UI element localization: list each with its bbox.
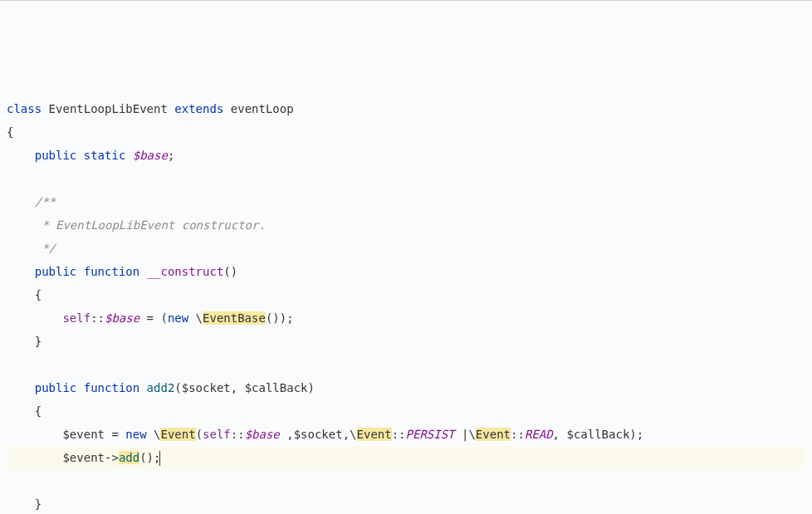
close: );: [629, 428, 643, 441]
keyword-static: static: [84, 149, 126, 162]
keyword-function: function: [84, 381, 139, 394]
keyword-function: function: [84, 265, 139, 278]
open-paren: (: [196, 428, 203, 441]
parens: (): [223, 265, 237, 278]
backslash: \: [188, 311, 203, 325]
comma: ,: [231, 381, 245, 394]
semicolon: ;: [168, 149, 174, 162]
extends-name: eventLoop: [231, 102, 294, 115]
class-event: Event: [476, 428, 511, 441]
param-callback: $callBack: [245, 381, 308, 394]
close: ());: [266, 311, 294, 325]
class-eventbase: EventBase: [203, 311, 266, 325]
comma: ,: [553, 428, 567, 441]
code-line: class EventLoopLibEvent extends eventLoo…: [7, 102, 294, 115]
keyword-extends: extends: [174, 102, 223, 115]
code-line: */: [7, 242, 56, 255]
code-line: {: [7, 288, 42, 301]
current-line: $event->add();: [7, 446, 805, 469]
code-line: $event = new \Event(self::$base ,$socket…: [7, 428, 643, 441]
code-line: }: [7, 497, 42, 511]
scope-op: ::: [90, 311, 105, 325]
keyword-self: self: [203, 428, 231, 441]
comment: /**: [35, 195, 56, 208]
keyword-class: class: [7, 102, 42, 115]
class-event: Event: [357, 428, 392, 441]
class-name: EventLoopLibEvent: [49, 102, 168, 115]
code-line: }: [7, 335, 42, 348]
eq: =: [105, 428, 125, 441]
close: ();: [139, 451, 160, 464]
scope-op: ::: [231, 428, 245, 441]
keyword-new: new: [168, 311, 188, 325]
method-construct: __construct: [147, 265, 224, 278]
code-line: {: [7, 404, 42, 418]
code-line: public function __construct(): [7, 265, 237, 278]
keyword-public: public: [35, 149, 77, 162]
arrow-op: ->: [105, 451, 119, 464]
param-socket: $socket: [182, 381, 231, 394]
pipe: |\: [455, 428, 476, 441]
code-line: public function add2($socket, $callBack): [7, 381, 315, 394]
comma: ,: [280, 428, 294, 441]
method-add: add: [119, 451, 139, 464]
keyword-public: public: [35, 381, 77, 394]
const-persist: PERSIST: [406, 428, 455, 441]
variable-event: $event: [62, 428, 105, 441]
cursor: [159, 451, 160, 466]
brace: {: [7, 125, 13, 139]
class-event: Event: [160, 428, 195, 441]
scope-op: ::: [392, 428, 406, 441]
eq: = (: [139, 311, 168, 325]
close-paren: ): [308, 381, 315, 394]
const-read: READ: [525, 428, 553, 441]
keyword-new: new: [125, 428, 146, 441]
variable-event: $event: [62, 451, 105, 464]
keyword-self: self: [62, 311, 90, 325]
code-line: self::$base = (new \EventBase());: [7, 311, 294, 325]
variable-base: $base: [133, 149, 168, 162]
variable-base: $base: [245, 428, 280, 441]
comment: * EventLoopLibEvent constructor.: [35, 218, 266, 232]
code-line: /**: [7, 195, 56, 208]
scope-op: ::: [511, 428, 525, 441]
code-line: public static $base;: [7, 149, 174, 162]
param-socket: $socket: [294, 428, 343, 441]
comma: ,\: [343, 428, 357, 441]
code-line: * EventLoopLibEvent constructor.: [7, 218, 266, 232]
method-add2: add2: [147, 381, 175, 394]
variable-base: $base: [105, 311, 139, 325]
code-editor[interactable]: class EventLoopLibEvent extends eventLoo…: [0, 94, 812, 514]
open-paren: (: [174, 381, 181, 394]
param-callback: $callBack: [566, 428, 629, 441]
comment: */: [35, 242, 56, 255]
keyword-public: public: [35, 265, 77, 278]
backslash: \: [147, 428, 161, 441]
code-line: {: [7, 125, 13, 139]
